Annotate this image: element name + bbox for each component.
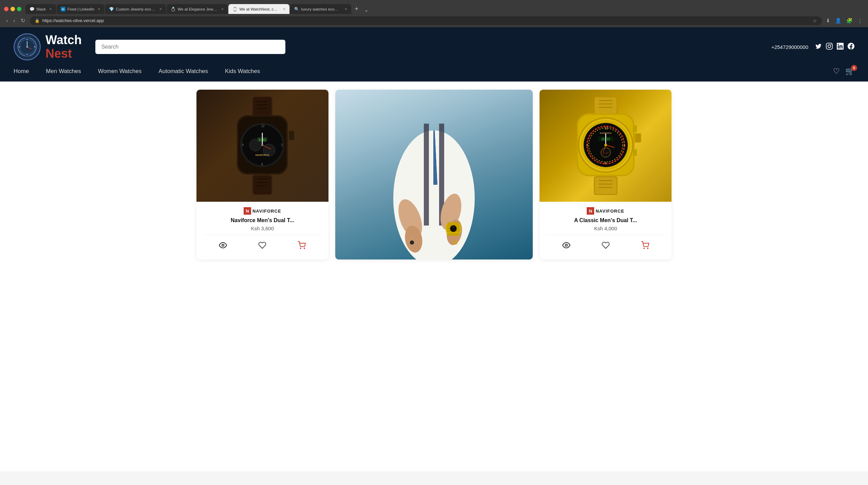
wishlist-icon[interactable]: ♡ <box>833 67 840 76</box>
product-grid: 12 3 6 9 6:32 <box>196 90 672 259</box>
wish-button-2[interactable] <box>600 239 612 253</box>
security-icon: 🔒 <box>35 18 40 23</box>
search-bar-container <box>95 40 285 54</box>
tab-label-slack: Slack <box>36 7 46 11</box>
menu-icon[interactable]: ⋮ <box>856 16 864 25</box>
tab-close-watchnest[interactable]: × <box>283 6 286 12</box>
svg-rect-10 <box>25 55 29 57</box>
tab-close-slack[interactable]: × <box>49 6 52 12</box>
logo-area: Watch Nest <box>14 33 82 60</box>
cart-icon-wrap[interactable]: 🛒 0 <box>845 67 854 76</box>
watch-svg-1: 12 3 6 9 6:32 <box>223 96 301 195</box>
view-button-2[interactable] <box>560 239 572 253</box>
product-card-1[interactable]: 12 3 6 9 6:32 <box>196 90 328 259</box>
back-button[interactable]: ‹ <box>4 16 10 25</box>
brand-logo-1: N NAVIFORCE <box>203 207 322 215</box>
tab-close-linkedin[interactable]: × <box>98 6 100 12</box>
svg-rect-74 <box>633 149 637 156</box>
svg-text:12: 12 <box>261 125 265 128</box>
traffic-light-red[interactable] <box>4 7 8 11</box>
hero-svg: 15 3:37 <box>383 90 485 259</box>
tab-overflow-button[interactable]: ⌄ <box>362 6 371 14</box>
traffic-light-green[interactable] <box>17 7 21 11</box>
reload-button[interactable]: ↻ <box>19 16 27 25</box>
nav-home[interactable]: Home <box>14 67 29 76</box>
tab-favicon-linkedin: in <box>61 7 65 12</box>
facebook-icon[interactable] <box>848 43 854 51</box>
nav-automatic-watches[interactable]: Automatic Watches <box>158 67 208 76</box>
view-button-1[interactable] <box>217 239 229 253</box>
instagram-icon[interactable] <box>826 43 833 51</box>
wish-button-1[interactable] <box>256 239 268 253</box>
svg-text:6: 6 <box>605 162 606 165</box>
nf-square-1: N <box>244 207 251 215</box>
svg-text:15: 15 <box>453 226 454 228</box>
tab-watchnest[interactable]: ⌚ We at WatchNest, covers × <box>228 4 289 14</box>
product-card-center[interactable]: 15 3:37 <box>335 90 533 259</box>
twitter-icon[interactable] <box>815 43 822 51</box>
tab-favicon-elegance: 💍 <box>171 7 175 12</box>
tab-label-linkedin: Feed | LinkedIn <box>68 7 94 11</box>
svg-text:3: 3 <box>624 144 625 147</box>
product-price-2: Ksh 4,000 <box>546 226 665 231</box>
svg-point-41 <box>304 248 305 249</box>
forward-button[interactable]: › <box>11 16 17 25</box>
svg-rect-9 <box>25 37 29 39</box>
cart-button-1[interactable] <box>296 239 308 253</box>
svg-rect-63 <box>595 97 617 114</box>
page-content: Watch Nest +254729000000 <box>0 27 868 471</box>
svg-rect-35 <box>253 176 271 194</box>
social-icons <box>815 43 854 51</box>
tab-favicon-luxury: 🔍 <box>294 7 299 12</box>
nf-text-1: NAVIFORCE <box>252 209 281 214</box>
product-name-2: A Classic Men's Dual T... <box>546 217 665 223</box>
tab-slack[interactable]: 💬 Slack × <box>25 4 56 14</box>
extensions-icon[interactable]: 🧩 <box>845 16 854 25</box>
logo-text: Watch Nest <box>45 33 82 60</box>
tab-label-watchnest: We at WatchNest, covers <box>239 7 279 11</box>
svg-rect-57 <box>448 222 459 225</box>
downloads-icon[interactable]: ⬇ <box>825 16 832 25</box>
tab-custom-jewelry[interactable]: 💎 Custom Jewerly ecomme × <box>105 4 166 14</box>
nf-text-2: NAVIFORCE <box>596 209 624 214</box>
tab-elegance[interactable]: 💍 We at Elegance Jewerlys × <box>167 4 228 14</box>
product-info-2: N NAVIFORCE A Classic Men's Dual T... Ks… <box>540 202 672 259</box>
tab-favicon-slack: 💬 <box>30 7 34 12</box>
svg-text:NAVIFORCE: NAVIFORCE <box>600 132 611 134</box>
nav-kids-watches[interactable]: Kids Watches <box>225 67 260 76</box>
watch-logo-svg <box>17 37 37 57</box>
tab-close-luxury[interactable]: × <box>345 6 347 12</box>
tab-linkedin[interactable]: in Feed | LinkedIn × <box>57 4 105 14</box>
logo-nest-text: Nest <box>45 47 82 60</box>
url-display: https://watches-olive.vercel.app <box>42 18 810 23</box>
search-input[interactable] <box>95 40 285 54</box>
nav-men-watches[interactable]: Men Watches <box>46 67 81 76</box>
address-bar[interactable]: 🔒 https://watches-olive.vercel.app ☆ <box>30 16 822 25</box>
product-card-2[interactable]: 12 3 6 9 15:37 3:37 <box>540 90 672 259</box>
profile-icon[interactable]: 👤 <box>834 16 843 25</box>
nf-square-2: N <box>587 207 594 215</box>
svg-point-40 <box>300 248 301 249</box>
svg-point-97 <box>565 244 567 246</box>
tab-favicon-watchnest: ⌚ <box>232 7 237 12</box>
svg-text:9: 9 <box>242 144 244 147</box>
linkedin-icon[interactable] <box>837 43 844 51</box>
tab-close-custom-jewelry[interactable]: × <box>159 6 162 12</box>
svg-rect-12 <box>253 97 271 116</box>
tab-favicon-custom-jewelry: 💎 <box>109 7 114 12</box>
cart-button-2[interactable] <box>639 239 651 253</box>
cart-badge: 0 <box>851 65 857 71</box>
svg-text:NAVIFORCE: NAVIFORCE <box>256 154 269 156</box>
nav-women-watches[interactable]: Women Watches <box>98 67 142 76</box>
tab-label-luxury: luxury watches ecomme <box>301 7 341 11</box>
svg-point-99 <box>647 248 648 249</box>
svg-point-8 <box>26 46 28 48</box>
logo-icon <box>14 33 41 60</box>
product-image-1: 12 3 6 9 6:32 <box>196 90 328 202</box>
svg-point-61 <box>411 241 413 244</box>
bookmark-icon[interactable]: ☆ <box>813 18 817 23</box>
new-tab-button[interactable]: + <box>352 4 361 14</box>
traffic-light-yellow[interactable] <box>11 7 15 11</box>
tab-luxury[interactable]: 🔍 luxury watches ecomme × <box>290 4 351 14</box>
tab-close-elegance[interactable]: × <box>221 6 224 12</box>
